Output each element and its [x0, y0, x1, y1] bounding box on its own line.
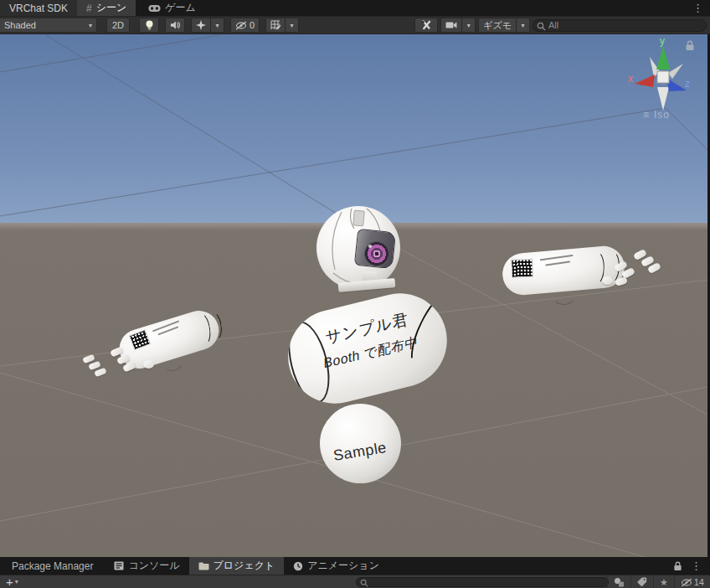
finger-capsule [94, 368, 107, 378]
y-axis-cone[interactable] [656, 46, 670, 70]
project-search-input[interactable] [372, 577, 608, 587]
draw-mode-dropdown[interactable]: Shaded ▾ [0, 18, 97, 33]
gamepad-icon [148, 4, 161, 13]
x-axis-cone[interactable] [635, 75, 655, 87]
speaker-icon [170, 20, 180, 30]
eye-slash-icon [235, 21, 247, 30]
kebab-icon: ⋮ [691, 560, 702, 572]
scene-camera-dropdown[interactable]: ▾ [462, 18, 476, 33]
left-capsule-object[interactable] [80, 312, 234, 392]
grid-settings-icon [270, 20, 280, 30]
sample-sphere-object[interactable]: Sample [320, 404, 401, 483]
project-search-field[interactable] [356, 577, 609, 587]
robot-head-sphere [316, 206, 400, 290]
chevron-down-icon: ▾ [89, 22, 92, 29]
grid-hash-icon: # [86, 3, 92, 14]
scene-camera-button[interactable] [440, 18, 462, 33]
kebab-icon: ⋮ [692, 2, 703, 14]
hidden-packages-count: 14 [694, 577, 704, 587]
scene-tools-button[interactable] [414, 18, 438, 33]
bottom-panel-tabbar: Package Manager コンソール プロジェクト アニメーション [0, 557, 710, 575]
qr-code-texture [129, 329, 151, 350]
eye-slash-icon [681, 578, 692, 587]
tab-scene[interactable]: # シーン [77, 0, 136, 16]
z-axis-cone[interactable] [666, 78, 687, 91]
right-capsule-object[interactable] [496, 241, 663, 321]
bottom-panel-controls: ⋮ [673, 557, 710, 575]
scene-grid-dropdown[interactable]: ▾ [286, 18, 299, 33]
scene-grid-toggle[interactable] [265, 18, 286, 33]
projection-mode-label[interactable]: ≡ Iso [643, 109, 670, 121]
scene-viewport[interactable]: サンプル君 Booth で配布中 Sample y x z ≡ Is [0, 34, 710, 557]
tab-game[interactable]: ゲーム [139, 0, 205, 16]
right-capsule-body [501, 245, 626, 297]
search-icon [537, 22, 546, 31]
tab-animation[interactable]: アニメーション [284, 557, 388, 575]
scene-search-field[interactable] [532, 19, 707, 32]
chevron-down-icon: ▾ [215, 22, 219, 29]
star-icon: ★ [660, 577, 668, 588]
tab-game-label: ゲーム [165, 1, 196, 15]
scene-grid-group: ▾ [265, 18, 299, 33]
console-icon [114, 561, 124, 570]
toggle-2d-button[interactable]: 2D [106, 18, 130, 33]
gizmos-button[interactable]: ギズモ [478, 18, 517, 33]
scene-search-input[interactable] [548, 20, 706, 30]
scene-view-menu-button[interactable]: ⋮ [686, 0, 710, 16]
lock-icon[interactable] [673, 561, 682, 571]
scene-camera-group: ▾ [440, 18, 476, 33]
tab-vrchat-sdk-label: VRChat SDK [9, 3, 68, 14]
tab-console-label: コンソール [128, 559, 179, 573]
tab-project[interactable]: プロジェクト [189, 557, 285, 575]
effects-sparkle-icon [196, 20, 206, 30]
gizmos-dropdown[interactable]: ▾ [517, 18, 530, 33]
scene-effects-group: ▾ [191, 18, 224, 33]
tab-package-manager-label: Package Manager [12, 560, 93, 572]
scene-effects-dropdown[interactable]: ▾ [211, 18, 224, 33]
y-axis-label: y [660, 35, 665, 47]
tools-icon [420, 19, 432, 31]
small-ball [143, 360, 154, 369]
project-filter-buttons: ★ 14 [607, 575, 710, 588]
project-toolbar: + ▾ ★ [0, 575, 710, 588]
scene-lighting-toggle[interactable] [139, 18, 159, 33]
scene-visibility-toggle[interactable]: 0 [230, 18, 260, 33]
folder-icon [198, 561, 209, 570]
small-ball [602, 276, 613, 285]
tab-console[interactable]: コンソール [105, 557, 188, 575]
tag-icon [637, 577, 647, 587]
gizmos-label: ギズモ [483, 19, 512, 32]
tab-animation-label: アニメーション [307, 559, 379, 573]
chevron-down-icon: ▾ [521, 22, 524, 29]
panel-menu-button[interactable]: ⋮ [691, 560, 702, 572]
hamburger-icon: ≡ [643, 109, 650, 121]
gizmo-center-cube[interactable] [657, 71, 669, 83]
sphere-label: Sample [332, 439, 388, 465]
tab-project-label: プロジェクト [214, 559, 275, 573]
search-by-type-button[interactable] [607, 575, 630, 588]
iso-text: Iso [654, 109, 670, 121]
create-asset-button[interactable]: + ▾ [0, 577, 24, 587]
robot-head-object[interactable] [316, 206, 400, 290]
lightbulb-icon [145, 20, 154, 31]
hidden-packages-toggle[interactable]: 14 [674, 575, 710, 588]
scene-view-toolbar: Shaded ▾ 2D [0, 16, 710, 34]
search-by-label-button[interactable] [630, 575, 653, 588]
save-search-button[interactable]: ★ [653, 575, 674, 588]
scene-effects-toggle[interactable] [191, 18, 211, 33]
chevron-down-icon: ▾ [467, 22, 471, 29]
shapes-filter-icon [614, 577, 625, 587]
qr-code-texture [511, 259, 533, 278]
tab-scene-label: シーン [96, 1, 127, 15]
lock-icon[interactable] [685, 40, 695, 51]
scene-view-tabbar: VRChat SDK # シーン ゲーム ⋮ [0, 0, 710, 16]
scene-audio-toggle[interactable] [165, 18, 185, 33]
tab-vrchat-sdk[interactable]: VRChat SDK [0, 0, 77, 16]
gizmos-group: ギズモ ▾ [478, 18, 530, 33]
clock-icon [293, 561, 303, 571]
eye-highlight [368, 245, 372, 248]
tab-package-manager[interactable]: Package Manager [0, 557, 105, 575]
z-axis-label: z [685, 78, 690, 90]
search-icon [360, 579, 368, 587]
toggle-2d-label: 2D [112, 20, 124, 30]
